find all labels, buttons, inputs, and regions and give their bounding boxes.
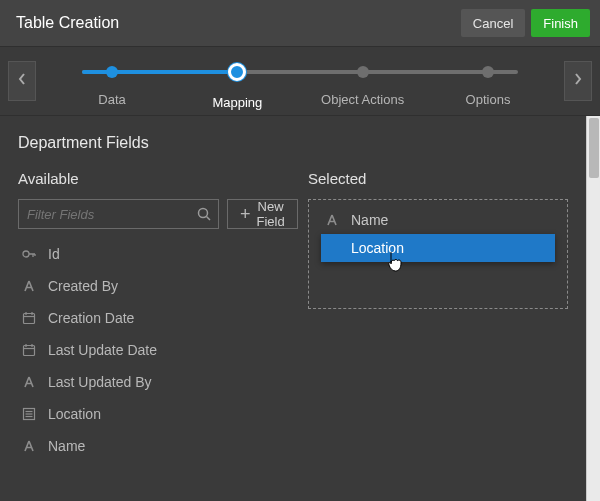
finish-button[interactable]: Finish — [531, 9, 590, 37]
step-label: Mapping — [212, 95, 262, 110]
step-label: Data — [98, 92, 125, 107]
wizard-stepper: Data Mapping Object Actions Options — [52, 55, 548, 107]
available-field-id[interactable]: Id — [18, 243, 278, 265]
cancel-button[interactable]: Cancel — [461, 9, 525, 37]
scrollbar-thumb[interactable] — [589, 118, 599, 178]
selected-field-location-dragging[interactable]: Location — [321, 234, 555, 262]
text-type-icon — [20, 437, 38, 455]
step-data[interactable]: Data — [52, 55, 172, 110]
step-dot-icon — [357, 66, 369, 78]
text-type-icon — [20, 277, 38, 295]
svg-rect-3 — [24, 314, 35, 324]
selected-heading: Selected — [308, 170, 568, 187]
key-icon — [20, 245, 38, 263]
available-heading: Available — [18, 170, 278, 187]
available-field-name[interactable]: Name — [18, 435, 278, 457]
table-creation-dialog: Table Creation Cancel Finish Data Mappin… — [0, 0, 600, 501]
field-label: Last Update Date — [48, 342, 157, 358]
svg-point-0 — [199, 209, 208, 218]
new-field-label: New Field — [257, 199, 285, 229]
stepper-next-button[interactable] — [564, 61, 592, 101]
stepper-prev-button[interactable] — [8, 61, 36, 101]
selected-dropzone[interactable]: Name Location — [308, 199, 568, 309]
field-columns: Available + New Field — [18, 170, 568, 457]
step-label: Options — [466, 92, 511, 107]
wizard-stepper-row: Data Mapping Object Actions Options — [0, 46, 600, 116]
filter-fields-wrapper — [18, 199, 219, 229]
svg-rect-7 — [24, 346, 35, 356]
field-label: Creation Date — [48, 310, 134, 326]
section-title: Department Fields — [18, 134, 568, 152]
search-icon[interactable] — [196, 206, 212, 222]
available-field-last-updated-by[interactable]: Last Updated By — [18, 371, 278, 393]
step-mapping[interactable]: Mapping — [177, 55, 297, 110]
svg-point-2 — [23, 251, 29, 257]
step-object-actions[interactable]: Object Actions — [303, 55, 423, 110]
available-field-last-update-date[interactable]: Last Update Date — [18, 339, 278, 361]
available-field-created-by[interactable]: Created By — [18, 275, 278, 297]
text-type-icon — [323, 211, 341, 229]
dialog-title: Table Creation — [16, 14, 119, 32]
field-label: Location — [48, 406, 101, 422]
chevron-left-icon — [17, 72, 27, 90]
filter-fields-input[interactable] — [27, 207, 196, 222]
available-fields-list: Id Created By Creation Dat — [18, 243, 278, 457]
available-column: Available + New Field — [18, 170, 278, 457]
list-icon — [20, 405, 38, 423]
available-field-location[interactable]: Location — [18, 403, 278, 425]
step-options[interactable]: Options — [428, 55, 548, 110]
step-dot-icon — [482, 66, 494, 78]
field-label: Name — [351, 212, 388, 228]
field-label: Location — [329, 240, 404, 256]
dialog-body-scroll: Department Fields Available + N — [0, 116, 586, 501]
selected-field-name[interactable]: Name — [315, 206, 561, 234]
field-label: Created By — [48, 278, 118, 294]
step-dot-icon — [228, 63, 246, 81]
field-label: Last Updated By — [48, 374, 152, 390]
dialog-body: Department Fields Available + N — [0, 116, 600, 501]
calendar-icon — [20, 341, 38, 359]
header-buttons: Cancel Finish — [461, 9, 590, 37]
calendar-icon — [20, 309, 38, 327]
selected-column: Selected Name Location — [308, 170, 568, 457]
plus-icon: + — [240, 205, 251, 223]
step-label: Object Actions — [321, 92, 404, 107]
chevron-right-icon — [573, 72, 583, 90]
dialog-header: Table Creation Cancel Finish — [0, 0, 600, 46]
new-field-button[interactable]: + New Field — [227, 199, 298, 229]
field-label: Id — [48, 246, 60, 262]
svg-line-1 — [207, 217, 211, 221]
step-dot-icon — [106, 66, 118, 78]
available-field-creation-date[interactable]: Creation Date — [18, 307, 278, 329]
dropzone-spacer — [315, 262, 561, 302]
field-label: Name — [48, 438, 85, 454]
filter-row: + New Field — [18, 199, 278, 229]
vertical-scrollbar[interactable] — [586, 116, 600, 501]
text-type-icon — [20, 373, 38, 391]
